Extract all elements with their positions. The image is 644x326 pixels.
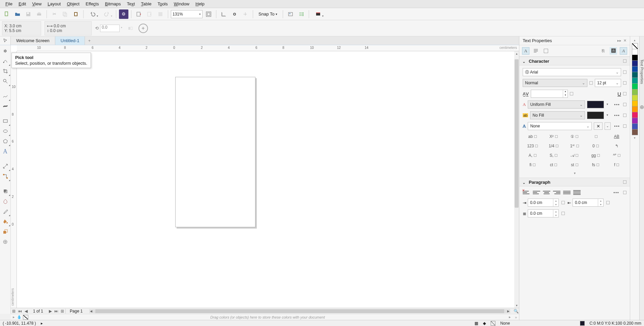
swatch[interactable] [632,95,638,101]
char-bg-combo[interactable]: No Fill [530,111,585,119]
frame-tab-icon[interactable] [542,47,550,55]
mirror-button[interactable] [126,24,135,33]
rectangle-tool[interactable] [0,116,10,126]
swatch[interactable] [632,55,638,61]
app-launcher-button[interactable] [297,9,306,19]
docker-title-bar[interactable]: Text Properties ▸▸✕ [519,36,630,45]
eyedropper-tool[interactable] [0,206,10,216]
align-right-button[interactable] [553,189,560,196]
crop-tool[interactable] [0,66,10,76]
char-fill-color[interactable] [587,101,604,108]
polygon-tool[interactable] [0,136,10,146]
swatch-none[interactable] [632,43,638,49]
pick-tool-flyout-icon[interactable]: ✲ [0,46,10,56]
swatch[interactable] [632,118,638,124]
document-palette[interactable]: ▸ 💧 Drag colors (or objects) here to sto… [11,314,519,320]
smart-fill-tool[interactable] [0,227,10,237]
fill-icon[interactable]: ◆ [483,321,486,326]
paragraph-section-header[interactable]: Paragraph [519,178,630,186]
open-button[interactable] [13,9,22,19]
side-tab-text-properties[interactable]: Text Properties [640,57,644,87]
no-color-swatch[interactable] [23,315,28,320]
right-indent-field[interactable]: ⇤0.0 cm▴▾ [568,199,604,207]
swatch[interactable] [632,49,638,55]
char-fill-more[interactable]: ••• [613,102,621,107]
last-page-button[interactable]: ⏭ [53,309,59,314]
horizontal-scrollbar[interactable]: ◀ ▶ [89,309,510,313]
welcome-screen-button[interactable] [312,9,325,19]
tab-document[interactable]: Untitled-1 [55,36,85,45]
align-more[interactable]: ••• [612,190,620,195]
menu-layout[interactable]: Layout [45,1,63,7]
palette-scroll-up[interactable]: ▴ [634,38,636,42]
expand-more-icon[interactable]: ▾ [523,171,626,175]
transparency-tool[interactable] [0,196,10,206]
outline-swatch[interactable] [580,321,585,326]
vertical-scrollbar[interactable]: ▴ ▾ [514,51,519,308]
character-section-header[interactable]: Character [519,57,630,65]
snap-to-dropdown[interactable]: Snap To▾ [256,11,280,17]
vertical-ruler[interactable]: centimeters 1086420 [11,51,17,308]
ellipse-tool[interactable] [0,126,10,136]
drop-shadow-tool[interactable] [0,186,10,196]
customize-toolbox-button[interactable]: ⊕ [0,237,10,247]
outline-width-dd[interactable]: ⌄ [605,122,611,130]
menu-table[interactable]: Table [138,1,154,7]
horizontal-ruler[interactable]: centimeters 10864202468101214 [17,45,519,51]
add-docker-button[interactable]: ⊕ [640,104,644,110]
import-button[interactable] [134,9,144,19]
object-position-box[interactable]: X: 3.0 cm Y: 5.5 cm [2,21,41,35]
dimension-tool[interactable] [0,161,10,171]
align-force-justify-button[interactable] [573,189,581,196]
pick-tool-tab-icon[interactable] [0,36,11,45]
palette-scroll-down[interactable]: ▾ [634,136,636,140]
font-style-combo[interactable]: Normal [523,79,587,87]
zoom-navigator-button[interactable]: 🔍 [513,309,519,314]
show-guidelines-button[interactable] [241,9,250,19]
text-tool[interactable]: A [0,146,10,156]
close-docker-icon[interactable]: ✕ [623,38,626,43]
swatch[interactable] [632,123,638,129]
print-button[interactable] [34,9,44,19]
underline-icon[interactable]: U [617,91,621,97]
swatch[interactable] [632,100,638,107]
menu-window[interactable]: Window [171,1,192,7]
drawing-canvas[interactable] [17,51,519,308]
object-size-box[interactable]: ⟷ 0.0 cm ↕ 0.0 cm [44,21,92,35]
rotation-box[interactable]: ⟲0.0° [95,25,122,32]
align-left-button[interactable] [533,189,540,196]
add-page-button[interactable]: ⊞ [11,309,17,314]
publish-pdf-button[interactable] [156,9,165,19]
add-page-after-button[interactable]: ⊞ [59,309,65,314]
first-line-indent-field[interactable]: ≣0.0 cm▴▾ [523,209,559,217]
new-tab-button[interactable]: + [85,36,94,45]
shape-tool[interactable] [0,56,10,66]
interactive-fill-tool[interactable] [0,216,10,227]
eyedropper-icon[interactable]: 💧 [17,315,23,319]
paste-button[interactable] [71,9,81,19]
zoom-level-input[interactable]: 131% [171,10,203,18]
font-size-combo[interactable]: 12 pt [595,79,621,87]
swatch[interactable] [632,83,638,89]
paragraph-tab-icon[interactable] [532,47,540,55]
swatch[interactable] [632,78,638,84]
align-center-button[interactable] [543,189,550,196]
left-indent-field[interactable]: ⇥0.0 cm▴▾ [523,199,559,207]
full-screen-button[interactable] [204,9,213,19]
outline-width-x[interactable]: ✕ [594,122,603,130]
undo-button[interactable] [86,9,99,19]
cut-button[interactable]: ✂ [50,9,59,19]
font-family-combo[interactable]: Ⓞ Arial [523,68,621,76]
artistic-media-tool[interactable] [0,101,10,111]
swatch[interactable] [632,60,638,66]
menu-effects[interactable]: Effects [83,1,102,7]
swatch[interactable] [632,89,638,95]
menu-help[interactable]: Help [193,1,207,7]
show-grid-button[interactable] [230,9,239,19]
apply-props-icon[interactable]: 🅰 [610,47,617,55]
swatch[interactable] [632,106,638,112]
show-rulers-button[interactable] [219,9,228,19]
prev-page-button[interactable]: ◀ [23,309,29,314]
align-none-button[interactable]: ✕ [523,189,530,196]
export-button[interactable] [145,9,154,19]
